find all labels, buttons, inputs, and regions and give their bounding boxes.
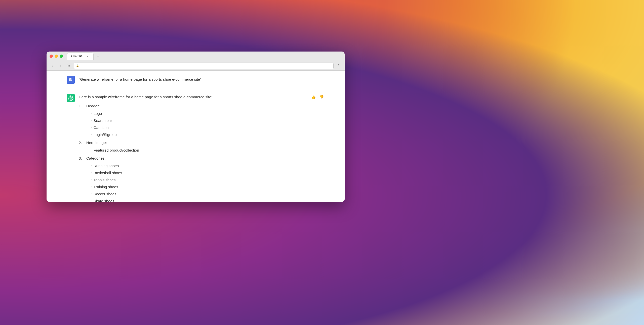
sub-item-text: Basketball shoes — [94, 170, 122, 176]
list-item: • Soccer shoes — [91, 191, 325, 197]
more-icon: ⋮ — [337, 63, 341, 68]
thumbs-up-icon: 👍 — [311, 95, 316, 99]
list-item: • Featured product/collection — [91, 147, 325, 153]
bullet-icon: • — [91, 149, 92, 152]
list-item: 2. Hero image: — [79, 140, 325, 146]
bullet-icon: • — [91, 126, 92, 129]
bullet-icon: • — [91, 112, 92, 115]
bullet-icon: • — [91, 164, 92, 167]
list-number: 1. — [79, 103, 85, 109]
sub-item-text: Skate shoes — [94, 198, 114, 202]
categories-sub-list: • Running shoes • Basketball shoes • Ten… — [91, 163, 325, 202]
tab-title: ChatGPT — [71, 55, 84, 58]
nav-bar: ‹ › ↻ 🔒 ⋮ — [47, 61, 345, 71]
list-label: Hero image: — [86, 140, 107, 146]
list-item: • Search bar — [91, 118, 325, 124]
list-item: 3. Categories: — [79, 155, 325, 161]
sub-item-text: Featured product/collection — [94, 147, 139, 153]
bullet-icon: • — [91, 133, 92, 136]
sub-item-text: Running shoes — [94, 163, 119, 169]
list-item: • Tennis shoes — [91, 177, 325, 183]
new-tab-button[interactable]: + — [95, 53, 101, 59]
user-avatar: IN — [67, 76, 75, 84]
header-sub-list: • Logo • Search bar • Cart icon • — [91, 111, 325, 138]
chatgpt-tab[interactable]: ChatGPT × — [67, 53, 94, 60]
sub-item-text: Tennis shoes — [94, 177, 116, 183]
list-item: 1. Header: — [79, 103, 325, 109]
ai-intro-text: Here is a sample wireframe for a home pa… — [79, 94, 325, 100]
list-item: • Login/Sign up — [91, 132, 325, 138]
close-button[interactable] — [50, 55, 53, 58]
window-controls — [50, 55, 63, 58]
hero-sub-list: • Featured product/collection — [91, 147, 325, 153]
more-options-button[interactable]: ⋮ — [336, 63, 342, 69]
bullet-icon: • — [91, 171, 92, 174]
sub-item-text: Soccer shoes — [94, 191, 116, 197]
bullet-icon: • — [91, 119, 92, 122]
forward-button[interactable]: › — [58, 63, 64, 69]
list-item: • Running shoes — [91, 163, 325, 169]
feedback-buttons: 👍 👎 — [310, 94, 325, 100]
address-bar[interactable]: 🔒 — [74, 63, 334, 69]
list-item: • Basketball shoes — [91, 170, 325, 176]
bullet-icon: • — [91, 178, 92, 181]
list-label: Categories: — [86, 155, 106, 161]
browser-window: ChatGPT × + ‹ › ↻ 🔒 ⋮ IN "Generate wiref… — [47, 52, 345, 202]
tab-bar: ChatGPT × + — [67, 53, 342, 60]
sub-item-text: Cart icon — [94, 125, 109, 131]
list-item: • Skate shoes — [91, 198, 325, 202]
list-number: 3. — [79, 155, 85, 161]
lock-icon: 🔒 — [76, 64, 79, 67]
thumbs-down-button[interactable]: 👎 — [318, 94, 325, 100]
title-bar: ChatGPT × + — [47, 52, 345, 61]
sub-item-text: Logo — [94, 111, 102, 117]
sub-item-text: Training shoes — [94, 184, 118, 190]
thumbs-down-icon: 👎 — [319, 95, 324, 99]
list-label: Header: — [86, 103, 100, 109]
ai-avatar — [67, 94, 75, 102]
user-message-text: "Generate wireframe for a home page for … — [79, 76, 202, 82]
sub-item-text: Login/Sign up — [94, 132, 117, 138]
list-item: • Training shoes — [91, 184, 325, 190]
list-number: 2. — [79, 140, 85, 146]
wireframe-list: 1. Header: • Logo • Search bar — [79, 103, 325, 202]
list-item: • Logo — [91, 111, 325, 117]
bullet-icon: • — [91, 199, 92, 202]
tab-close-button[interactable]: × — [86, 55, 89, 58]
maximize-button[interactable] — [60, 55, 63, 58]
ai-message-content: Here is a sample wireframe for a home pa… — [79, 94, 325, 202]
list-item: • Cart icon — [91, 125, 325, 131]
back-button[interactable]: ‹ — [50, 63, 56, 69]
bullet-icon: • — [91, 192, 92, 196]
minimize-button[interactable] — [55, 55, 58, 58]
user-message: IN "Generate wireframe for a home page f… — [47, 71, 345, 89]
reload-button[interactable]: ↻ — [66, 63, 72, 69]
reload-icon: ↻ — [67, 64, 70, 68]
bullet-icon: • — [91, 185, 92, 189]
back-icon: ‹ — [52, 64, 53, 68]
forward-icon: › — [60, 64, 61, 68]
thumbs-up-button[interactable]: 👍 — [310, 94, 316, 100]
ai-message: Here is a sample wireframe for a home pa… — [47, 89, 345, 202]
sub-item-text: Search bar — [94, 118, 112, 124]
content-area: IN "Generate wireframe for a home page f… — [47, 71, 345, 202]
